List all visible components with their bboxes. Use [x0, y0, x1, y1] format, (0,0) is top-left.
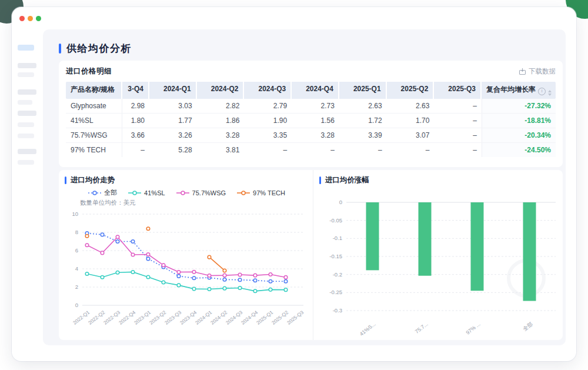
- line-chart: 02468102022-Q12022-Q22022-Q32022-Q42023-…: [65, 207, 308, 338]
- sidebar-skeleton-bar: [18, 149, 36, 154]
- price-cell: 1.86: [197, 114, 245, 128]
- product-name-cell: 75.7%WSG: [66, 128, 122, 142]
- price-cell: –: [434, 128, 482, 142]
- import-price-table-card: 进口价格明细 下载数据 产品名称/规格3-Q42024-Q12024-Q2202…: [59, 61, 563, 167]
- price-cell: 1.77: [149, 114, 197, 128]
- price-cell: 1.72: [339, 114, 387, 128]
- legend-item[interactable]: 全部: [88, 188, 117, 197]
- price-cell: –: [292, 143, 339, 157]
- price-cell: –: [122, 143, 149, 157]
- sort-icon[interactable]: [548, 90, 552, 96]
- svg-text:8: 8: [75, 229, 78, 235]
- chart-legend: 全部41%SL75.7%WSG97% TECH: [65, 188, 308, 197]
- legend-item[interactable]: 97% TECH: [236, 189, 285, 196]
- legend-label: 75.7%WSG: [192, 189, 226, 196]
- legend-marker-icon: [88, 190, 102, 196]
- svg-text:2023-Q4: 2023-Q4: [179, 309, 198, 326]
- price-cell: 3.28: [197, 128, 245, 142]
- window-controls: [19, 16, 41, 21]
- legend-item[interactable]: 75.7%WSG: [176, 189, 226, 196]
- cagr-cell: -18.81%: [482, 114, 556, 128]
- table-header-row: 产品名称/规格3-Q42024-Q12024-Q22024-Q32024-Q42…: [66, 82, 556, 99]
- legend-item[interactable]: 41%SL: [128, 189, 165, 196]
- app-window: 供给均价分析 进口价格明细 下载数据 产品名称/规格3-Q42024-Q1202…: [12, 7, 576, 361]
- price-cell: 3.03: [149, 99, 197, 113]
- change-chart-title: 进口均价涨幅: [325, 175, 369, 185]
- sidebar-skeleton-bar: [18, 63, 36, 68]
- svg-text:0: 0: [339, 199, 342, 205]
- svg-text:2023-Q2: 2023-Q2: [148, 309, 167, 326]
- column-header: 2024-Q2: [197, 82, 245, 99]
- price-cell: –: [434, 143, 482, 157]
- column-header: 产品名称/规格: [66, 82, 122, 99]
- change-chart-header: 进口均价涨幅: [319, 175, 566, 185]
- column-header: 2024-Q3: [244, 82, 292, 99]
- trend-chart-title: 进口均价走势: [71, 175, 115, 185]
- price-cell: 2.79: [244, 99, 292, 113]
- svg-text:97% ...: 97% ...: [465, 321, 481, 336]
- info-icon[interactable]: i: [538, 88, 546, 95]
- price-cell: 3.28: [292, 128, 339, 142]
- table-row: 97% TECH–5.283.81–––––-24.50%: [66, 143, 556, 157]
- svg-text:41%S...: 41%S...: [359, 321, 377, 337]
- sidebar-item-active[interactable]: [18, 45, 34, 51]
- title-accent-bar: [319, 176, 321, 184]
- svg-text:2: 2: [75, 284, 78, 290]
- svg-text:-0.25: -0.25: [329, 289, 342, 295]
- price-cell: 1.80: [122, 114, 149, 128]
- column-header: 2024-Q1: [149, 82, 197, 99]
- price-cell: 3.26: [149, 128, 197, 142]
- price-cell: 2.63: [387, 99, 435, 113]
- price-cell: 2.63: [339, 99, 387, 113]
- column-header: 2024-Q4: [292, 82, 339, 99]
- legend-marker-icon: [236, 190, 250, 196]
- column-header: 2025-Q1: [339, 82, 387, 99]
- trend-chart-header: 进口均价走势: [65, 175, 308, 185]
- svg-text:2025-Q1: 2025-Q1: [255, 309, 274, 326]
- download-label: 下载数据: [529, 67, 556, 76]
- svg-text:2025-Q3: 2025-Q3: [286, 309, 305, 326]
- svg-text:6: 6: [75, 247, 78, 254]
- column-header: 2025-Q2: [387, 82, 435, 99]
- svg-text:2022-Q1: 2022-Q1: [72, 309, 91, 326]
- svg-text:全部: 全部: [522, 321, 533, 332]
- minimize-window-button[interactable]: [28, 16, 33, 21]
- price-cell: 3.81: [197, 143, 245, 157]
- title-accent-bar: [59, 44, 61, 54]
- svg-text:-0.2: -0.2: [333, 271, 342, 278]
- svg-text:0: 0: [75, 302, 78, 308]
- price-cell: 1.56: [292, 114, 339, 128]
- change-chart-section: 进口均价涨幅 0-0.05-0.1-0.15-0.2-0.25-0.341%S.…: [313, 170, 571, 340]
- price-cell: –: [434, 99, 482, 113]
- price-cell: 3.07: [387, 128, 435, 142]
- price-cell: 2.73: [292, 99, 339, 113]
- price-cell: 1.90: [244, 114, 292, 128]
- price-cell: 5.28: [149, 143, 197, 157]
- column-header: 3-Q4: [122, 82, 149, 99]
- product-name-cell: Glyphosate: [66, 99, 122, 113]
- close-window-button[interactable]: [19, 16, 25, 21]
- price-cell: –: [339, 143, 387, 157]
- title-accent-bar: [65, 176, 66, 184]
- cagr-cell: -24.50%: [482, 143, 556, 157]
- bar-chart: 0-0.05-0.1-0.15-0.2-0.25-0.341%S...75.7.…: [319, 190, 566, 337]
- table-row: 75.7%WSG3.663.263.283.353.283.393.07–-20…: [66, 128, 556, 143]
- sidebar-skeleton-bar: [18, 100, 32, 105]
- download-data-button[interactable]: 下载数据: [519, 67, 556, 76]
- svg-text:-0.15: -0.15: [329, 253, 342, 259]
- legend-label: 41%SL: [144, 189, 165, 196]
- price-cell: 2.98: [122, 99, 149, 113]
- svg-text:-0.3: -0.3: [333, 307, 342, 314]
- column-header-cagr-sortable[interactable]: 复合年均增长率i: [482, 82, 556, 99]
- unit-label: 数量单位均价：美元: [80, 199, 308, 207]
- sidebar-skeleton-bar: [18, 111, 36, 116]
- page-header: 供给均价分析: [59, 42, 132, 55]
- download-icon: [519, 68, 526, 75]
- sidebar-skeleton-bar: [18, 160, 34, 165]
- maximize-window-button[interactable]: [36, 16, 41, 21]
- main-panel: 供给均价分析 进口价格明细 下载数据 产品名称/规格3-Q42024-Q1202…: [43, 29, 566, 345]
- svg-text:75.7...: 75.7...: [414, 321, 429, 335]
- price-cell: 3.39: [339, 128, 387, 142]
- table-row: 41%SL1.801.771.861.901.561.721.70–-18.81…: [66, 114, 556, 128]
- svg-text:2022-Q3: 2022-Q3: [102, 309, 121, 326]
